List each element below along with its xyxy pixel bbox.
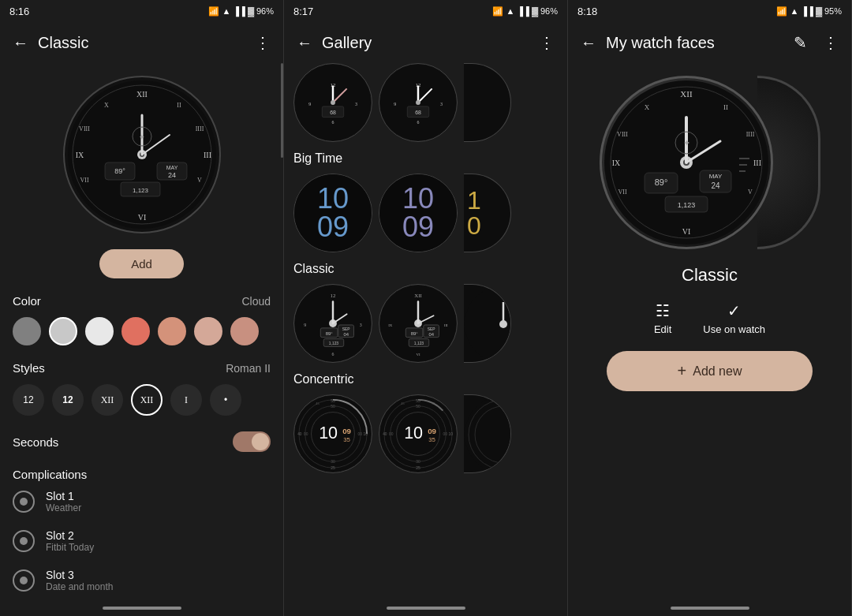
svg-text:VI: VI <box>682 227 690 236</box>
back-icon-2[interactable]: ← <box>293 31 316 55</box>
style-I[interactable]: I <box>170 384 202 416</box>
svg-text:9: 9 <box>394 102 396 106</box>
bluetooth-icon-2: 📶 <box>492 6 503 17</box>
svg-text:VI: VI <box>137 213 146 222</box>
wifi-icon: ▲ <box>222 6 230 16</box>
battery-icon-3: ▓ 95% <box>816 6 842 16</box>
use-on-watch-action[interactable]: ✓ Use on watch <box>703 301 765 335</box>
seconds-label: Seconds <box>13 435 58 449</box>
svg-text:89°: 89° <box>326 331 333 336</box>
concentric-watch-1[interactable]: 55 25 40 10 50 30 00 00 45 05 10 09 <box>293 394 372 473</box>
battery-icon: ▓ 96% <box>248 6 274 16</box>
more-options-icon-2[interactable]: ⋮ <box>536 30 558 55</box>
svg-text:✦: ✦ <box>682 138 689 147</box>
add-watch-face-button[interactable]: Add <box>99 249 184 278</box>
color-swatch-pink-light[interactable] <box>194 317 222 345</box>
classic-watch-3-partial-svg <box>464 285 511 363</box>
color-value: Cloud <box>241 295 271 308</box>
style-12-bold[interactable]: 12 <box>52 384 84 416</box>
style-12-filled[interactable]: 12 <box>13 384 44 416</box>
svg-text:VIII: VIII <box>617 131 628 138</box>
slot1-name: Slot 1 <box>46 490 271 502</box>
svg-text:09: 09 <box>342 427 351 435</box>
svg-text:24: 24 <box>711 181 720 190</box>
classic-watch-1[interactable]: 12 3 6 9 89° SEP 04 1,123 <box>293 284 372 363</box>
big-time-face-2: 10 09 <box>379 174 457 252</box>
svg-text:SEP: SEP <box>428 327 435 331</box>
slot2-icon <box>13 530 35 552</box>
svg-text:VII: VII <box>618 189 626 196</box>
sliders-icon: ☷ <box>656 301 670 320</box>
slot3-name: Slot 3 <box>46 569 271 581</box>
svg-text:III: III <box>444 323 448 327</box>
svg-text:SEP: SEP <box>342 327 350 331</box>
top-watch-1[interactable]: 12 3 6 9 68 <box>293 63 372 142</box>
add-new-container: + Add new <box>581 351 839 391</box>
app-bar-2: ← Gallery ⋮ <box>284 22 567 63</box>
style-XII-reg[interactable]: XII <box>92 384 123 416</box>
top-watch-2[interactable]: 12 3 6 9 68 <box>379 63 458 142</box>
home-indicator-2 <box>284 600 567 616</box>
svg-text:25: 25 <box>331 466 335 470</box>
svg-text:III: III <box>753 159 761 167</box>
big-time-hour-2: 10 <box>402 185 434 213</box>
edit-icon[interactable]: ✎ <box>790 30 810 55</box>
more-options-icon-3[interactable]: ⋮ <box>820 30 842 55</box>
svg-text:89°: 89° <box>411 331 418 336</box>
style-dot[interactable]: • <box>210 384 241 416</box>
add-new-button[interactable]: + Add new <box>607 351 813 391</box>
color-swatch-salmon[interactable] <box>121 317 150 345</box>
app-bar-actions: ✎ ⋮ <box>790 30 842 55</box>
svg-text:MAY: MAY <box>166 165 178 170</box>
watch-action-row: ☷ Edit ✓ Use on watch <box>581 301 839 335</box>
home-indicator-1 <box>0 600 283 616</box>
toggle-thumb <box>252 433 269 450</box>
more-options-icon-1[interactable]: ⋮ <box>252 30 274 55</box>
add-new-label: Add new <box>693 364 742 379</box>
color-swatch-peach[interactable] <box>158 317 186 345</box>
color-options <box>13 317 271 345</box>
svg-text:3: 3 <box>440 102 443 106</box>
slot1-icon-inner <box>20 498 28 506</box>
big-time-watch-3-partial: 1 0 <box>464 174 511 252</box>
slot2-item[interactable]: Slot 2 Fitbit Today <box>13 521 271 561</box>
big-time-watch-1[interactable]: 10 09 <box>293 174 372 252</box>
svg-text:50: 50 <box>416 405 420 409</box>
color-swatch-white[interactable] <box>85 317 114 345</box>
back-icon-3[interactable]: ← <box>577 31 600 55</box>
big-time-watch-2[interactable]: 10 09 <box>379 174 458 252</box>
styles-value: Roman II <box>226 362 271 375</box>
slot1-item[interactable]: Slot 1 Weather <box>13 482 271 521</box>
status-icons-1: 📶 ▲ ▐▐ ▓ 96% <box>208 6 274 17</box>
svg-text:00: 00 <box>389 432 394 436</box>
svg-text:00: 00 <box>443 432 448 436</box>
complications-section: Complications Slot 1 Weather Slot 2 Fitb… <box>13 468 271 600</box>
classic-watch-2[interactable]: XII III VI IX 89° SEP 04 1,123 <box>379 284 458 363</box>
svg-text:II: II <box>177 102 181 109</box>
concentric-watch-3-partial <box>464 394 511 473</box>
color-swatch-light-gray[interactable] <box>49 317 77 345</box>
concentric-row: 55 25 40 10 50 30 00 00 45 05 10 09 <box>293 394 558 473</box>
svg-text:40: 40 <box>383 432 387 436</box>
seconds-toggle[interactable] <box>233 431 271 452</box>
slot3-sub: Date and month <box>46 581 271 592</box>
home-bar-1 <box>103 607 181 610</box>
wifi-icon-3: ▲ <box>790 6 798 16</box>
svg-text:10: 10 <box>319 423 338 442</box>
concentric-watch-2[interactable]: 55 25 40 10 50 30 00 00 45 05 10 09 35 <box>379 394 458 473</box>
slot3-item[interactable]: Slot 3 Date and month <box>13 561 271 600</box>
svg-text:12: 12 <box>331 293 336 298</box>
svg-text:6: 6 <box>332 120 334 125</box>
color-swatch-gray[interactable] <box>13 317 41 345</box>
classic-label: Classic <box>293 262 558 276</box>
svg-text:1,123: 1,123 <box>677 201 695 209</box>
back-icon-1[interactable]: ← <box>9 31 32 55</box>
panel-my-watch-faces: 8:18 📶 ▲ ▐▐ ▓ 95% ← My watch faces ✎ ⋮ X… <box>568 0 852 616</box>
top-watch-row: 12 3 6 9 68 12 3 6 9 <box>293 63 558 142</box>
status-bar-2: 8:17 📶 ▲ ▐▐ ▓ 96% <box>284 0 567 22</box>
svg-text:00: 00 <box>304 432 308 436</box>
color-swatch-blush[interactable] <box>230 317 259 345</box>
battery-icon-2: ▓ 96% <box>532 6 558 16</box>
style-XII-outline[interactable]: XII <box>131 384 163 416</box>
edit-action[interactable]: ☷ Edit <box>654 301 671 335</box>
